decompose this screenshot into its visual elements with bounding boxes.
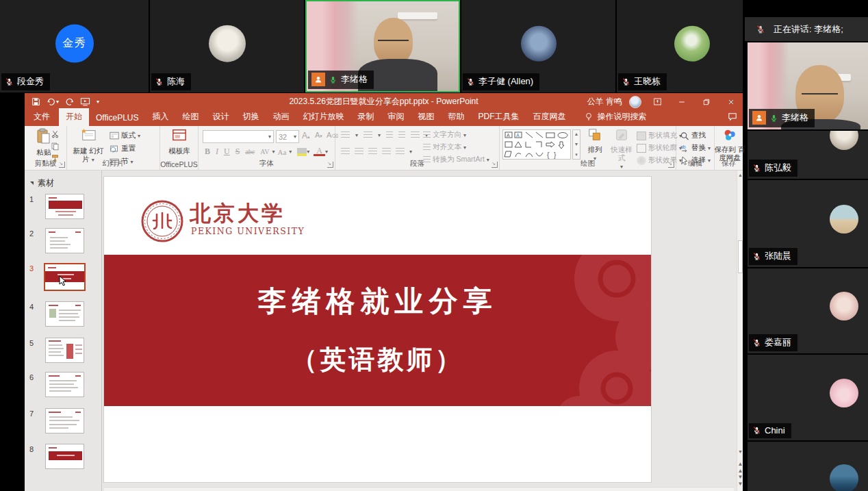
current-slide[interactable]: 北京大学 PEKING UNIVERSITY <box>104 177 651 482</box>
account-name[interactable]: 公羊 肯鸣 <box>587 96 622 108</box>
tab-review[interactable]: 审阅 <box>381 108 411 126</box>
shape-fill-button[interactable]: 形状填充▾ <box>637 131 682 140</box>
font-name-combo[interactable]: ▾ <box>203 130 274 143</box>
reset-button[interactable]: 重置 <box>110 144 140 153</box>
strikethrough-button[interactable]: S <box>233 147 243 157</box>
previous-slide-button[interactable]: ▲▲ <box>737 461 743 469</box>
close-button[interactable] <box>722 93 740 110</box>
arrange-label: 排列 <box>588 145 602 153</box>
align-center-button[interactable] <box>355 148 363 155</box>
tab-officeplus[interactable]: OfficePLUS <box>89 110 145 126</box>
paragraph-dialog-launcher[interactable]: ↘ <box>492 162 498 168</box>
bold-button[interactable]: B <box>202 147 213 157</box>
customize-qat-button[interactable]: ▾ <box>97 99 99 105</box>
tab-view[interactable]: 视图 <box>411 108 441 126</box>
slide-canvas[interactable]: 北京大学 PEKING UNIVERSITY <box>102 171 743 491</box>
tab-baidu-netdisk[interactable]: 百度网盘 <box>526 108 572 126</box>
shape-outline-button[interactable]: 形状轮廓▾ <box>637 143 682 153</box>
undo-button[interactable]: ▾ <box>47 97 59 106</box>
speaking-status-text: 正在讲话: 李绪格; <box>774 23 843 36</box>
grow-font-button[interactable]: A▴ <box>302 131 310 140</box>
align-right-button[interactable] <box>368 148 377 155</box>
video-tile-wangxiaodong[interactable]: 王晓栋 <box>617 0 743 92</box>
template-library-button[interactable]: 模板库 <box>164 128 194 155</box>
character-spacing-button[interactable]: AV <box>257 148 272 155</box>
layout-button[interactable]: 版式▾ <box>110 131 140 140</box>
sidebar-tile-partial[interactable] <box>748 442 868 491</box>
font-dialog-launcher[interactable]: ↘ <box>327 162 333 168</box>
save-icon[interactable] <box>31 97 40 106</box>
restore-button[interactable] <box>698 93 715 110</box>
copy-icon[interactable] <box>51 142 60 151</box>
shapes-gallery-scroll[interactable]: ▲▼▾ <box>572 129 580 160</box>
video-tile-lixuge-active[interactable]: 李绪格 <box>305 0 460 92</box>
tab-home[interactable]: 开始 <box>59 108 89 126</box>
tab-slideshow[interactable]: 幻灯片放映 <box>296 108 350 126</box>
video-tile-chenhai[interactable]: 陈海 <box>150 0 304 92</box>
bullets-button[interactable] <box>341 131 350 138</box>
italic-button[interactable]: I <box>213 147 221 157</box>
line-spacing-button[interactable] <box>411 131 420 138</box>
shrink-font-button[interactable]: A▾ <box>315 131 322 139</box>
save-to-baidu-button[interactable]: 保存到 百度网盘 <box>713 128 746 162</box>
tab-record[interactable]: 录制 <box>350 108 381 126</box>
account-avatar[interactable] <box>629 96 641 108</box>
arrange-button[interactable]: 排列 ▾ <box>583 128 607 162</box>
group-label: 字体 <box>199 159 335 168</box>
tab-design[interactable]: 设计 <box>205 108 235 126</box>
find-button[interactable]: 查找 <box>680 131 711 140</box>
change-case-button[interactable]: Aa <box>275 148 289 156</box>
replace-button[interactable]: ab替换▾ <box>680 143 711 153</box>
cut-icon[interactable] <box>51 130 60 138</box>
font-color-button[interactable]: A <box>314 147 325 156</box>
sidebar-tile-lixuge[interactable]: 李绪格 <box>748 42 868 129</box>
increase-indent-button[interactable] <box>398 131 405 138</box>
tab-pdf-tools[interactable]: PDF工具集 <box>471 108 526 126</box>
video-tile-lizijian[interactable]: 李子健 (Allen) <box>461 0 615 92</box>
tab-transitions[interactable]: 切换 <box>235 108 266 126</box>
tab-insert[interactable]: 插入 <box>145 108 175 126</box>
sidebar-tile-loujiali[interactable]: 娄嘉丽 <box>748 268 868 353</box>
shapes-gallery[interactable]: A A {} <box>502 129 571 160</box>
font-size-combo[interactable]: 32▾ <box>276 130 299 143</box>
underline-button[interactable]: U <box>221 147 233 157</box>
numbering-button[interactable] <box>363 131 372 138</box>
decrease-indent-button[interactable] <box>386 131 393 138</box>
tab-help[interactable]: 帮助 <box>441 108 471 126</box>
text-direction-button[interactable]: 文字方向▾ <box>423 130 489 140</box>
comments-button[interactable] <box>728 112 737 124</box>
mic-muted-icon <box>5 77 14 86</box>
paste-icon <box>36 128 51 144</box>
tab-animations[interactable]: 动画 <box>266 108 296 126</box>
tab-file[interactable]: 文件 <box>25 108 59 126</box>
drawing-dialog-launcher[interactable]: ↘ <box>668 162 674 168</box>
slide-title-banner[interactable]: 李绪格就业分享 （英语教师） <box>104 255 651 406</box>
sidebar-tile-chini[interactable]: Chini <box>748 355 868 440</box>
shadow-button[interactable]: abc <box>242 148 257 155</box>
vertical-scrollbar[interactable]: ▲ ▼ ▲▲ ▼▼ <box>737 171 743 491</box>
horizontal-scrollbar[interactable] <box>104 487 734 491</box>
sidebar-tile-chenhongyi[interactable]: 陈弘毅 <box>748 131 868 179</box>
scroll-up-arrow[interactable]: ▲ <box>737 171 743 180</box>
avatar <box>674 25 710 61</box>
highlight-color-button[interactable] <box>297 148 307 156</box>
columns-button[interactable] <box>396 148 405 155</box>
tab-draw[interactable]: 绘图 <box>175 108 205 126</box>
scroll-down-arrow[interactable]: ▼ <box>737 447 743 457</box>
align-left-button[interactable] <box>341 148 350 155</box>
collapse-ribbon-button[interactable]: ⌃ <box>732 157 739 166</box>
align-text-label: 对齐文本 <box>433 142 461 152</box>
tell-me-search[interactable]: 操作说明搜索 <box>579 108 652 126</box>
slideshow-from-start-icon[interactable] <box>80 97 90 106</box>
redo-icon[interactable] <box>65 97 74 106</box>
next-slide-button[interactable]: ▼▼ <box>737 474 743 482</box>
minimize-button[interactable] <box>673 93 691 110</box>
sidebar-tile-zhangluchen[interactable]: 张陆晨 <box>748 180 868 267</box>
clipboard-dialog-launcher[interactable]: ↘ <box>59 162 65 168</box>
video-tile-duanjinxiu[interactable]: 金秀 段金秀 <box>0 0 149 92</box>
align-text-button[interactable]: 对齐文本▾ <box>423 142 489 152</box>
justify-button[interactable] <box>382 148 391 155</box>
panel-header[interactable]: 素材 <box>30 177 54 189</box>
new-slide-button[interactable]: 新建 幻灯片 ▾ <box>73 128 104 163</box>
scrollbar-thumb[interactable] <box>738 240 743 273</box>
